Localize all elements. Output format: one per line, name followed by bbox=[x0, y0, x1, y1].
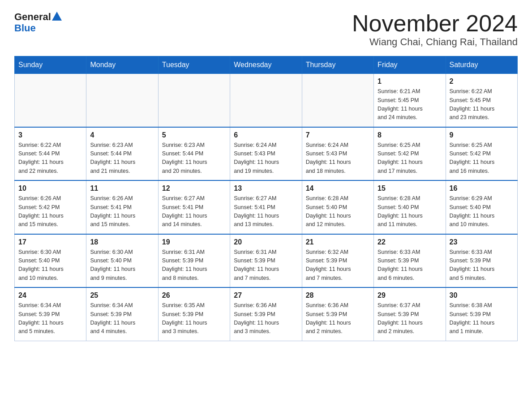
day-number: 3 bbox=[18, 131, 82, 139]
day-info: Sunrise: 6:34 AMSunset: 5:39 PMDaylight:… bbox=[18, 301, 82, 336]
logo-arrow-icon bbox=[52, 11, 62, 23]
day-info: Sunrise: 6:31 AMSunset: 5:39 PMDaylight:… bbox=[162, 248, 226, 283]
day-info: Sunrise: 6:36 AMSunset: 5:39 PMDaylight:… bbox=[306, 301, 370, 336]
day-info: Sunrise: 6:25 AMSunset: 5:42 PMDaylight:… bbox=[450, 141, 514, 176]
day-number: 5 bbox=[162, 131, 226, 139]
day-info: Sunrise: 6:30 AMSunset: 5:40 PMDaylight:… bbox=[18, 248, 82, 283]
table-row: 4Sunrise: 6:23 AMSunset: 5:44 PMDaylight… bbox=[86, 127, 158, 181]
day-info: Sunrise: 6:26 AMSunset: 5:41 PMDaylight:… bbox=[90, 194, 154, 229]
table-row: 27Sunrise: 6:36 AMSunset: 5:39 PMDayligh… bbox=[230, 287, 302, 341]
table-row: 21Sunrise: 6:32 AMSunset: 5:39 PMDayligh… bbox=[302, 234, 373, 288]
table-row: 8Sunrise: 6:25 AMSunset: 5:42 PMDaylight… bbox=[374, 127, 446, 181]
logo: General Blue bbox=[14, 11, 62, 33]
day-number: 14 bbox=[306, 184, 370, 193]
day-number: 13 bbox=[234, 184, 298, 193]
day-number: 6 bbox=[234, 131, 298, 139]
day-number: 8 bbox=[378, 131, 442, 139]
day-number: 26 bbox=[162, 291, 226, 300]
logo-blue-text: Blue bbox=[14, 23, 62, 33]
table-row: 13Sunrise: 6:27 AMSunset: 5:41 PMDayligh… bbox=[230, 180, 302, 234]
calendar-week-row: 1Sunrise: 6:21 AMSunset: 5:45 PMDaylight… bbox=[15, 74, 518, 127]
day-info: Sunrise: 6:23 AMSunset: 5:44 PMDaylight:… bbox=[90, 141, 154, 176]
day-number: 1 bbox=[378, 77, 442, 86]
day-info: Sunrise: 6:33 AMSunset: 5:39 PMDaylight:… bbox=[378, 248, 442, 283]
svg-marker-0 bbox=[52, 12, 62, 21]
day-number: 23 bbox=[450, 238, 514, 246]
day-number: 24 bbox=[18, 291, 82, 300]
day-number: 7 bbox=[306, 131, 370, 139]
calendar-week-row: 24Sunrise: 6:34 AMSunset: 5:39 PMDayligh… bbox=[15, 287, 518, 341]
table-row: 30Sunrise: 6:38 AMSunset: 5:39 PMDayligh… bbox=[446, 287, 517, 341]
table-row: 17Sunrise: 6:30 AMSunset: 5:40 PMDayligh… bbox=[15, 234, 86, 288]
header-saturday: Saturday bbox=[446, 56, 517, 74]
table-row: 5Sunrise: 6:23 AMSunset: 5:44 PMDaylight… bbox=[158, 127, 230, 181]
day-info: Sunrise: 6:28 AMSunset: 5:40 PMDaylight:… bbox=[306, 194, 370, 229]
day-number: 20 bbox=[234, 238, 298, 246]
calendar-table: Sunday Monday Tuesday Wednesday Thursday… bbox=[14, 56, 518, 341]
day-info: Sunrise: 6:30 AMSunset: 5:40 PMDaylight:… bbox=[90, 248, 154, 283]
day-number: 4 bbox=[90, 131, 154, 139]
day-info: Sunrise: 6:31 AMSunset: 5:39 PMDaylight:… bbox=[234, 248, 298, 283]
table-row: 18Sunrise: 6:30 AMSunset: 5:40 PMDayligh… bbox=[86, 234, 158, 288]
calendar-week-row: 10Sunrise: 6:26 AMSunset: 5:42 PMDayligh… bbox=[15, 180, 518, 234]
table-row: 3Sunrise: 6:22 AMSunset: 5:44 PMDaylight… bbox=[15, 127, 86, 181]
title-area: November 2024 Wiang Chai, Chiang Rai, Th… bbox=[352, 11, 518, 48]
day-number: 12 bbox=[162, 184, 226, 193]
header-wednesday: Wednesday bbox=[230, 56, 302, 74]
header-monday: Monday bbox=[86, 56, 158, 74]
table-row: 12Sunrise: 6:27 AMSunset: 5:41 PMDayligh… bbox=[158, 180, 230, 234]
table-row: 24Sunrise: 6:34 AMSunset: 5:39 PMDayligh… bbox=[15, 287, 86, 341]
calendar-week-row: 3Sunrise: 6:22 AMSunset: 5:44 PMDaylight… bbox=[15, 127, 518, 181]
day-number: 28 bbox=[306, 291, 370, 300]
day-number: 2 bbox=[450, 77, 514, 86]
table-row bbox=[15, 74, 86, 127]
day-info: Sunrise: 6:33 AMSunset: 5:39 PMDaylight:… bbox=[450, 248, 514, 283]
table-row: 19Sunrise: 6:31 AMSunset: 5:39 PMDayligh… bbox=[158, 234, 230, 288]
day-info: Sunrise: 6:27 AMSunset: 5:41 PMDaylight:… bbox=[234, 194, 298, 229]
table-row: 25Sunrise: 6:34 AMSunset: 5:39 PMDayligh… bbox=[86, 287, 158, 341]
calendar-week-row: 17Sunrise: 6:30 AMSunset: 5:40 PMDayligh… bbox=[15, 234, 518, 288]
day-info: Sunrise: 6:24 AMSunset: 5:43 PMDaylight:… bbox=[306, 141, 370, 176]
table-row bbox=[158, 74, 230, 127]
table-row: 15Sunrise: 6:28 AMSunset: 5:40 PMDayligh… bbox=[374, 180, 446, 234]
day-number: 22 bbox=[378, 238, 442, 246]
day-info: Sunrise: 6:32 AMSunset: 5:39 PMDaylight:… bbox=[306, 248, 370, 283]
day-info: Sunrise: 6:37 AMSunset: 5:39 PMDaylight:… bbox=[378, 301, 442, 336]
day-info: Sunrise: 6:36 AMSunset: 5:39 PMDaylight:… bbox=[234, 301, 298, 336]
header-friday: Friday bbox=[374, 56, 446, 74]
day-info: Sunrise: 6:23 AMSunset: 5:44 PMDaylight:… bbox=[162, 141, 226, 176]
day-info: Sunrise: 6:24 AMSunset: 5:43 PMDaylight:… bbox=[234, 141, 298, 176]
day-info: Sunrise: 6:26 AMSunset: 5:42 PMDaylight:… bbox=[18, 194, 82, 229]
table-row: 10Sunrise: 6:26 AMSunset: 5:42 PMDayligh… bbox=[15, 180, 86, 234]
header-sunday: Sunday bbox=[15, 56, 86, 74]
table-row: 7Sunrise: 6:24 AMSunset: 5:43 PMDaylight… bbox=[302, 127, 373, 181]
weekday-header-row: Sunday Monday Tuesday Wednesday Thursday… bbox=[15, 56, 518, 74]
table-row: 29Sunrise: 6:37 AMSunset: 5:39 PMDayligh… bbox=[374, 287, 446, 341]
day-number: 27 bbox=[234, 291, 298, 300]
day-number: 11 bbox=[90, 184, 154, 193]
day-info: Sunrise: 6:29 AMSunset: 5:40 PMDaylight:… bbox=[450, 194, 514, 229]
header-thursday: Thursday bbox=[302, 56, 373, 74]
subtitle: Wiang Chai, Chiang Rai, Thailand bbox=[352, 36, 518, 48]
table-row: 9Sunrise: 6:25 AMSunset: 5:42 PMDaylight… bbox=[446, 127, 517, 181]
main-title: November 2024 bbox=[352, 11, 518, 36]
table-row bbox=[230, 74, 302, 127]
day-number: 18 bbox=[90, 238, 154, 246]
day-info: Sunrise: 6:35 AMSunset: 5:39 PMDaylight:… bbox=[162, 301, 226, 336]
day-info: Sunrise: 6:28 AMSunset: 5:40 PMDaylight:… bbox=[378, 194, 442, 229]
day-info: Sunrise: 6:25 AMSunset: 5:42 PMDaylight:… bbox=[378, 141, 442, 176]
day-info: Sunrise: 6:34 AMSunset: 5:39 PMDaylight:… bbox=[90, 301, 154, 336]
table-row: 11Sunrise: 6:26 AMSunset: 5:41 PMDayligh… bbox=[86, 180, 158, 234]
table-row: 28Sunrise: 6:36 AMSunset: 5:39 PMDayligh… bbox=[302, 287, 373, 341]
day-number: 30 bbox=[450, 291, 514, 300]
table-row: 23Sunrise: 6:33 AMSunset: 5:39 PMDayligh… bbox=[446, 234, 517, 288]
table-row: 14Sunrise: 6:28 AMSunset: 5:40 PMDayligh… bbox=[302, 180, 373, 234]
day-number: 19 bbox=[162, 238, 226, 246]
day-info: Sunrise: 6:38 AMSunset: 5:39 PMDaylight:… bbox=[450, 301, 514, 336]
day-number: 9 bbox=[450, 131, 514, 139]
table-row: 26Sunrise: 6:35 AMSunset: 5:39 PMDayligh… bbox=[158, 287, 230, 341]
table-row: 2Sunrise: 6:22 AMSunset: 5:45 PMDaylight… bbox=[446, 74, 517, 127]
table-row: 20Sunrise: 6:31 AMSunset: 5:39 PMDayligh… bbox=[230, 234, 302, 288]
day-info: Sunrise: 6:22 AMSunset: 5:45 PMDaylight:… bbox=[450, 87, 514, 122]
day-info: Sunrise: 6:27 AMSunset: 5:41 PMDaylight:… bbox=[162, 194, 226, 229]
